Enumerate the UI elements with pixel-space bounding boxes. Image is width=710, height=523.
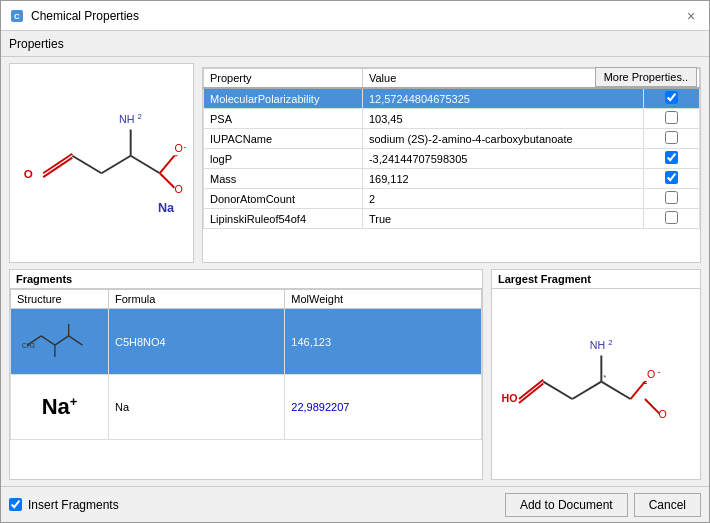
value-cell: sodium (2S)-2-amino-4-carboxybutanoate <box>362 129 643 149</box>
svg-line-31 <box>644 399 659 414</box>
svg-text:O: O <box>24 167 33 180</box>
svg-text:O: O <box>646 367 654 379</box>
svg-line-26 <box>519 383 543 402</box>
svg-text:HO: HO <box>501 391 517 403</box>
selected-cell[interactable] <box>644 129 700 149</box>
toolbar: Properties <box>1 31 709 57</box>
svg-text:O: O <box>174 141 182 153</box>
svg-text:*: * <box>603 372 606 381</box>
svg-line-2 <box>43 153 72 172</box>
col-formula: Formula <box>109 290 285 309</box>
selected-cell[interactable] <box>644 149 700 169</box>
svg-text:2: 2 <box>608 337 612 346</box>
svg-line-7 <box>160 155 175 173</box>
col-structure: Structure <box>11 290 109 309</box>
footer-right: Add to Document Cancel <box>505 493 701 517</box>
add-to-document-button[interactable]: Add to Document <box>505 493 628 517</box>
property-checkbox[interactable] <box>665 91 678 104</box>
molecule-panel: O O O - NH 2 Na <box>9 63 194 263</box>
chemical-properties-window: C Chemical Properties × Properties <box>0 0 710 523</box>
content-area: O O O - NH 2 Na More Properties.. <box>1 57 709 486</box>
fragment-molweight-cell: 22,9892207 <box>285 375 482 440</box>
properties-panel: Property Value Selected MolecularPolariz… <box>202 67 701 263</box>
col-molweight: MolWeight <box>285 290 482 309</box>
property-cell: DonorAtomCount <box>204 189 363 209</box>
svg-line-19 <box>41 336 55 345</box>
svg-text:C: C <box>14 12 20 21</box>
largest-fragment-svg: HO O O - NH 2 * <box>499 307 694 462</box>
svg-line-25 <box>519 379 543 398</box>
property-checkbox[interactable] <box>665 211 678 224</box>
fragments-panel: Fragments Structure Formula MolWeight <box>9 269 483 480</box>
title-bar: C Chemical Properties × <box>1 1 709 31</box>
largest-fragment-header: Largest Fragment <box>492 270 700 289</box>
property-checkbox[interactable] <box>665 131 678 144</box>
property-cell: LipinskiRuleof54of4 <box>204 209 363 229</box>
fragment-mol-svg: CH3 <box>17 313 102 368</box>
svg-text:O: O <box>174 182 182 194</box>
svg-line-29 <box>601 381 630 398</box>
chemical-icon: C <box>9 8 25 24</box>
property-checkbox[interactable] <box>665 171 678 184</box>
property-cell: Mass <box>204 169 363 189</box>
svg-text:NH: NH <box>119 112 134 124</box>
largest-fragment-panel: Largest Fragment <box>491 269 701 480</box>
more-properties-button[interactable]: More Properties.. <box>595 67 697 87</box>
svg-line-30 <box>630 381 645 398</box>
molecule-svg: O O O - NH 2 Na <box>14 76 189 251</box>
fragment-formula-cell: C5H8NO4 <box>109 309 285 375</box>
svg-text:-: - <box>183 141 186 151</box>
svg-text:O: O <box>658 408 666 420</box>
property-cell: IUPACName <box>204 129 363 149</box>
col-property: Property <box>204 69 363 89</box>
largest-fragment-content: HO O O - NH 2 * <box>492 289 700 479</box>
toolbar-label: Properties <box>9 37 64 51</box>
svg-line-6 <box>131 155 160 173</box>
fragment-structure-cell: Na+ <box>11 375 109 440</box>
insert-fragments-label[interactable]: Insert Fragments <box>28 498 119 512</box>
fragment-molweight-cell: 146,123 <box>285 309 482 375</box>
selected-cell[interactable] <box>644 169 700 189</box>
property-checkbox[interactable] <box>665 111 678 124</box>
svg-text:NH: NH <box>589 338 604 350</box>
top-section: O O O - NH 2 Na More Properties.. <box>9 63 701 263</box>
fragments-table: Structure Formula MolWeight CH3 C5H8NO41… <box>10 289 482 440</box>
svg-line-21 <box>69 336 83 345</box>
footer-left: Insert Fragments <box>9 498 505 512</box>
value-cell: 12,57244804675325 <box>362 88 643 109</box>
svg-line-3 <box>43 157 72 176</box>
cancel-button[interactable]: Cancel <box>634 493 701 517</box>
properties-wrapper: More Properties.. Property Value Selecte… <box>202 63 701 263</box>
property-checkbox[interactable] <box>665 151 678 164</box>
value-cell: True <box>362 209 643 229</box>
svg-text:Na: Na <box>158 201 175 215</box>
bottom-section: Fragments Structure Formula MolWeight <box>9 269 701 480</box>
close-button[interactable]: × <box>681 6 701 26</box>
svg-text:-: - <box>657 366 660 376</box>
selected-cell[interactable] <box>644 109 700 129</box>
fragment-structure-cell: CH3 <box>11 309 109 375</box>
properties-table: Property Value Selected MolecularPolariz… <box>203 68 700 229</box>
svg-text:2: 2 <box>137 111 141 120</box>
svg-line-4 <box>72 155 101 173</box>
svg-line-28 <box>572 381 601 398</box>
insert-fragments-checkbox[interactable] <box>9 498 22 511</box>
fragments-header: Fragments <box>10 270 482 289</box>
property-cell: MolecularPolarizability <box>204 88 363 109</box>
window-title: Chemical Properties <box>31 9 681 23</box>
selected-cell[interactable] <box>644 209 700 229</box>
svg-text:CH3: CH3 <box>22 342 35 349</box>
property-cell: logP <box>204 149 363 169</box>
property-checkbox[interactable] <box>665 191 678 204</box>
svg-line-8 <box>160 173 175 188</box>
fragment-formula-cell: Na <box>109 375 285 440</box>
value-cell: 103,45 <box>362 109 643 129</box>
selected-cell[interactable] <box>644 88 700 109</box>
svg-line-5 <box>102 155 131 173</box>
selected-cell[interactable] <box>644 189 700 209</box>
property-cell: PSA <box>204 109 363 129</box>
value-cell: 169,112 <box>362 169 643 189</box>
svg-line-27 <box>543 381 572 398</box>
value-cell: 2 <box>362 189 643 209</box>
svg-line-20 <box>55 336 69 345</box>
